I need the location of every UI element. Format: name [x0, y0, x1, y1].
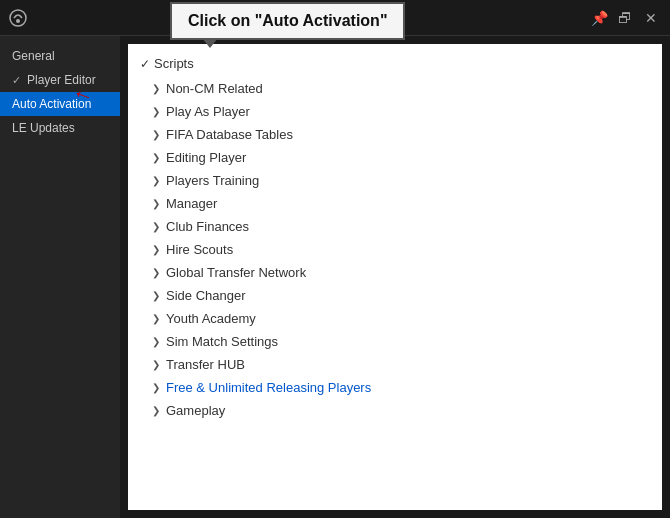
script-item-side-changer[interactable]: ❯ Side Changer — [128, 284, 662, 307]
script-item-global-transfer[interactable]: ❯ Global Transfer Network — [128, 261, 662, 284]
chevron-icon: ❯ — [152, 359, 160, 370]
chevron-icon: ❯ — [152, 336, 160, 347]
script-label: Club Finances — [166, 219, 249, 234]
script-item-youth-academy[interactable]: ❯ Youth Academy — [128, 307, 662, 330]
app-icon — [8, 8, 28, 28]
sidebar-item-general[interactable]: General — [0, 44, 120, 68]
script-item-manager[interactable]: ❯ Manager — [128, 192, 662, 215]
chevron-icon: ❯ — [152, 129, 160, 140]
script-label: Players Training — [166, 173, 259, 188]
script-label: Editing Player — [166, 150, 246, 165]
scripts-header: Scripts — [128, 52, 662, 77]
sidebar-label-general: General — [12, 49, 55, 63]
script-item-gameplay[interactable]: ❯ Gameplay — [128, 399, 662, 422]
chevron-icon: ❯ — [152, 198, 160, 209]
script-label: Hire Scouts — [166, 242, 233, 257]
sidebar: General Player Editor Auto Activation LE… — [0, 36, 120, 518]
sidebar-item-auto-activation[interactable]: Auto Activation — [0, 92, 120, 116]
title-bar-controls: 📌 🗗 ✕ — [588, 7, 662, 29]
script-item-players-training[interactable]: ❯ Players Training — [128, 169, 662, 192]
script-item-club-finances[interactable]: ❯ Club Finances — [128, 215, 662, 238]
sidebar-item-le-updates[interactable]: LE Updates — [0, 116, 120, 140]
script-label: Gameplay — [166, 403, 225, 418]
script-label: FIFA Database Tables — [166, 127, 293, 142]
scripts-panel: Scripts ❯ Non-CM Related ❯ Play As Playe… — [128, 44, 662, 510]
sidebar-label-le-updates: LE Updates — [12, 121, 75, 135]
chevron-icon: ❯ — [152, 106, 160, 117]
scripts-title: Scripts — [154, 56, 194, 71]
chevron-icon: ❯ — [152, 152, 160, 163]
sidebar-item-player-editor[interactable]: Player Editor — [0, 68, 120, 92]
script-label: Global Transfer Network — [166, 265, 306, 280]
chevron-icon: ❯ — [152, 290, 160, 301]
script-label: Transfer HUB — [166, 357, 245, 372]
pin-button[interactable]: 📌 — [588, 7, 610, 29]
script-label: Side Changer — [166, 288, 246, 303]
app-container: General Player Editor Auto Activation LE… — [0, 36, 670, 518]
title-bar-left — [8, 8, 28, 28]
svg-point-0 — [10, 10, 26, 26]
script-item-editing-player[interactable]: ❯ Editing Player — [128, 146, 662, 169]
chevron-icon: ❯ — [152, 83, 160, 94]
chevron-icon: ❯ — [152, 382, 160, 393]
instruction-bubble: Click on "Auto Activation" — [170, 2, 405, 40]
close-button[interactable]: ✕ — [640, 7, 662, 29]
script-item-fifa-database[interactable]: ❯ FIFA Database Tables — [128, 123, 662, 146]
script-item-play-as-player[interactable]: ❯ Play As Player — [128, 100, 662, 123]
script-item-transfer-hub[interactable]: ❯ Transfer HUB — [128, 353, 662, 376]
script-label: Youth Academy — [166, 311, 256, 326]
script-item-hire-scouts[interactable]: ❯ Hire Scouts — [128, 238, 662, 261]
script-label: Sim Match Settings — [166, 334, 278, 349]
script-item-non-cm[interactable]: ❯ Non-CM Related — [128, 77, 662, 100]
chevron-icon: ❯ — [152, 175, 160, 186]
script-label: Play As Player — [166, 104, 250, 119]
chevron-icon: ❯ — [152, 267, 160, 278]
chevron-icon: ❯ — [152, 313, 160, 324]
restore-button[interactable]: 🗗 — [614, 7, 636, 29]
script-item-free-unlimited[interactable]: ❯ Free & Unlimited Releasing Players — [128, 376, 662, 399]
content-area: Scripts ❯ Non-CM Related ❯ Play As Playe… — [120, 36, 670, 518]
chevron-icon: ❯ — [152, 405, 160, 416]
script-label: Free & Unlimited Releasing Players — [166, 380, 371, 395]
chevron-icon: ❯ — [152, 221, 160, 232]
script-label: Non-CM Related — [166, 81, 263, 96]
script-item-sim-match[interactable]: ❯ Sim Match Settings — [128, 330, 662, 353]
chevron-icon: ❯ — [152, 244, 160, 255]
svg-point-1 — [16, 19, 20, 23]
script-label: Manager — [166, 196, 217, 211]
